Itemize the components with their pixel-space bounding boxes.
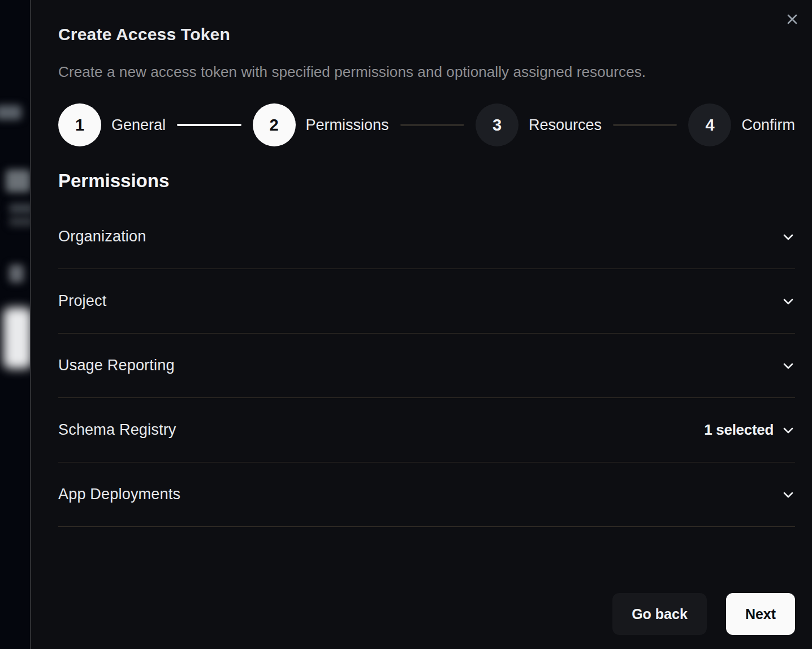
step-number-badge: 1: [58, 103, 101, 146]
modal-footer: Go back Next: [58, 593, 795, 635]
accordion-row-label: Usage Reporting: [58, 357, 175, 374]
chevron-down-icon: [781, 423, 795, 437]
step-confirm[interactable]: 4 Confirm: [688, 103, 795, 146]
step-resources[interactable]: 3 Resources: [476, 103, 602, 146]
stepper-connector: [613, 124, 677, 126]
accordion-row-label: Organization: [58, 228, 146, 245]
page-subtitle: Create a new access token with specified…: [58, 63, 795, 81]
step-number-badge: 4: [688, 103, 731, 146]
step-number-badge: 3: [476, 103, 519, 146]
chevron-down-icon: [781, 230, 795, 244]
chevron-down-icon: [781, 359, 795, 373]
go-back-button[interactable]: Go back: [612, 593, 707, 635]
blurred-background-item: [9, 217, 31, 226]
step-general[interactable]: 1 General: [58, 103, 166, 146]
step-permissions[interactable]: 2 Permissions: [253, 103, 389, 146]
accordion-row-project[interactable]: Project: [58, 269, 795, 334]
step-label: Permissions: [306, 116, 389, 134]
accordion-row-usage-reporting[interactable]: Usage Reporting: [58, 334, 795, 398]
close-button[interactable]: [783, 10, 802, 29]
blurred-background-item: [0, 105, 21, 120]
blurred-background-item: [9, 204, 31, 214]
section-heading-permissions: Permissions: [58, 170, 795, 192]
permissions-accordion: Organization Project Usage Reporting: [58, 205, 795, 527]
accordion-row-schema-registry[interactable]: Schema Registry 1 selected: [58, 398, 795, 462]
accordion-row-app-deployments[interactable]: App Deployments: [58, 462, 795, 527]
accordion-row-label: App Deployments: [58, 486, 180, 503]
step-number-badge: 2: [253, 103, 296, 146]
selection-count-badge: 1 selected: [704, 421, 774, 439]
wizard-stepper: 1 General 2 Permissions 3 Resources 4 Co…: [58, 103, 795, 146]
accordion-row-label: Schema Registry: [58, 421, 176, 439]
blurred-background-item: [3, 308, 31, 369]
next-button[interactable]: Next: [726, 593, 795, 635]
stepper-connector: [177, 124, 241, 126]
accordion-row-organization[interactable]: Organization: [58, 205, 795, 269]
close-icon: [785, 12, 800, 28]
chevron-down-icon: [781, 295, 795, 308]
step-label: Confirm: [741, 116, 795, 134]
step-label: Resources: [529, 116, 602, 134]
step-label: General: [111, 116, 166, 134]
chevron-down-icon: [781, 488, 795, 501]
blurred-background-item: [6, 170, 31, 192]
accordion-row-label: Project: [58, 292, 106, 310]
background-app-area: [0, 0, 31, 649]
blurred-background-item: [9, 265, 24, 283]
create-access-token-modal: Create Access Token Create a new access …: [31, 0, 812, 649]
page-title: Create Access Token: [58, 25, 795, 44]
stepper-connector: [400, 124, 464, 126]
